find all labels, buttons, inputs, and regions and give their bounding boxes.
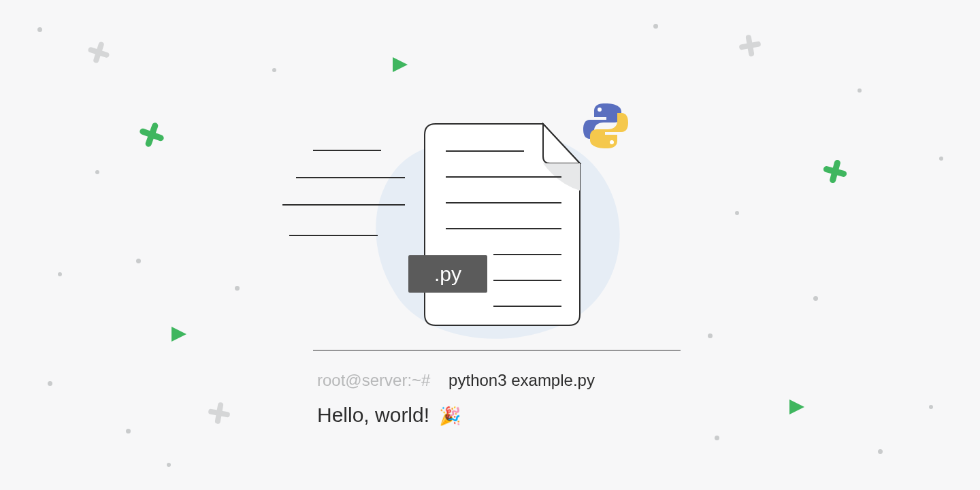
- decor-dot: [735, 211, 739, 215]
- svg-point-21: [610, 140, 614, 144]
- decor-dot: [95, 170, 99, 174]
- svg-line-1: [96, 45, 101, 61]
- x-icon: [208, 402, 231, 427]
- speed-line: [282, 204, 405, 206]
- speed-line: [289, 235, 378, 236]
- decor-dot: [878, 449, 883, 454]
- decor-dot: [37, 27, 42, 32]
- decor-dot: [708, 333, 713, 338]
- document-icon: [422, 122, 592, 327]
- terminal-prompt: root@server:~#: [317, 371, 430, 389]
- decor-dot: [126, 429, 131, 434]
- svg-line-9: [833, 163, 838, 180]
- terminal-output-text: Hello, world!: [317, 404, 429, 426]
- x-icon: [87, 41, 110, 67]
- decor-dot: [235, 286, 240, 291]
- decor-dot: [715, 436, 719, 440]
- divider: [313, 350, 681, 350]
- decor-dot: [48, 381, 52, 386]
- terminal-block: root@server:~# python3 example.py Hello,…: [313, 350, 681, 427]
- decor-dot: [653, 24, 658, 29]
- plus-icon: [140, 122, 164, 150]
- x-icon: [738, 34, 762, 60]
- file-extension-label: .py: [434, 263, 461, 286]
- play-icon: [788, 398, 806, 419]
- play-icon: [391, 56, 409, 76]
- party-popper-icon: 🎉: [439, 406, 461, 426]
- play-icon: [170, 325, 188, 346]
- file-extension-badge: .py: [408, 255, 487, 293]
- svg-marker-11: [172, 327, 186, 342]
- decor-dot: [858, 88, 862, 93]
- svg-marker-10: [393, 57, 408, 72]
- svg-line-7: [148, 126, 155, 144]
- plus-icon: [823, 160, 847, 186]
- decor-dot: [58, 272, 62, 276]
- speed-line: [296, 177, 405, 178]
- decor-dot: [939, 157, 943, 161]
- terminal-output-line: Hello, world! 🎉: [313, 404, 681, 427]
- terminal-command: python3 example.py: [448, 371, 595, 389]
- decor-dot: [813, 296, 818, 301]
- illustration-stage: .py root@server:~# python3 example.py He…: [0, 0, 980, 490]
- decor-dot: [136, 259, 141, 263]
- svg-line-3: [749, 37, 751, 54]
- python-file-illustration: .py: [265, 102, 647, 354]
- decor-dot: [272, 68, 276, 72]
- terminal-command-line: root@server:~# python3 example.py: [313, 371, 681, 390]
- svg-line-5: [218, 405, 220, 421]
- svg-marker-12: [789, 399, 804, 414]
- speed-line: [313, 150, 381, 151]
- decor-dot: [929, 405, 933, 409]
- decor-dot: [167, 463, 171, 467]
- svg-point-20: [598, 108, 602, 112]
- python-logo-icon: [582, 102, 630, 150]
